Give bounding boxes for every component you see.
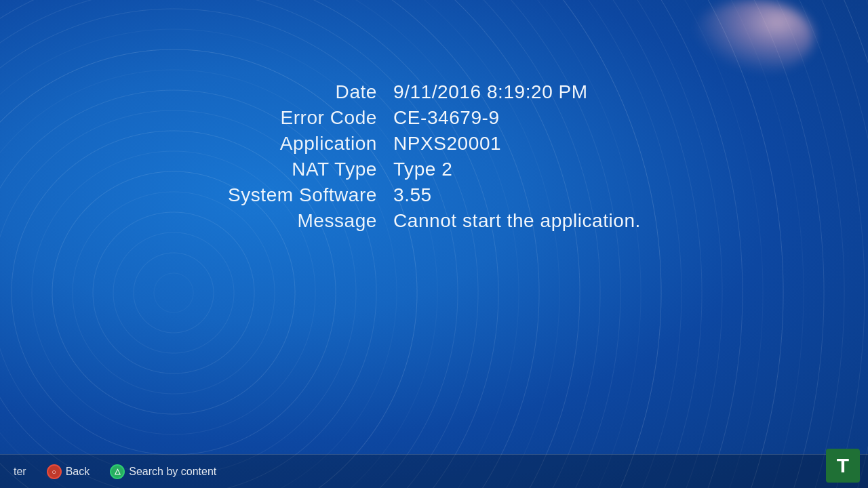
info-row: Error CodeCE-34679-9 [163, 107, 705, 129]
light-flare [692, 0, 814, 75]
twitch-badge: T [826, 449, 860, 483]
twitch-badge-letter: T [837, 454, 849, 477]
info-label: Date [163, 81, 393, 103]
info-row: NAT TypeType 2 [163, 159, 705, 180]
info-row: Date9/11/2016 8:19:20 PM [163, 81, 705, 103]
info-label: Error Code [163, 107, 393, 129]
info-value: Cannot start the application. [393, 210, 705, 232]
triangle-icon: △ [110, 464, 125, 479]
info-value: Type 2 [393, 159, 705, 180]
back-label: Back [66, 466, 90, 478]
info-label: System Software [163, 184, 393, 206]
info-label: NAT Type [163, 159, 393, 180]
info-label: Application [163, 133, 393, 155]
search-label: Search by content [129, 466, 216, 478]
info-value: CE-34679-9 [393, 107, 705, 129]
error-info-panel: Date9/11/2016 8:19:20 PMError CodeCE-346… [0, 81, 868, 236]
circle-icon: ○ [47, 464, 62, 479]
info-value: 3.55 [393, 184, 705, 206]
bottom-navigation-bar: ter ○ Back △ Search by content [0, 454, 868, 488]
info-row: System Software3.55 [163, 184, 705, 206]
info-label: Message [163, 210, 393, 232]
search-button[interactable]: △ Search by content [110, 464, 216, 479]
info-value: NPXS20001 [393, 133, 705, 155]
back-button[interactable]: ○ Back [47, 464, 90, 479]
info-row: MessageCannot start the application. [163, 210, 705, 232]
bottom-left-label: ter [14, 466, 26, 478]
info-value: 9/11/2016 8:19:20 PM [393, 81, 705, 103]
info-row: ApplicationNPXS20001 [163, 133, 705, 155]
